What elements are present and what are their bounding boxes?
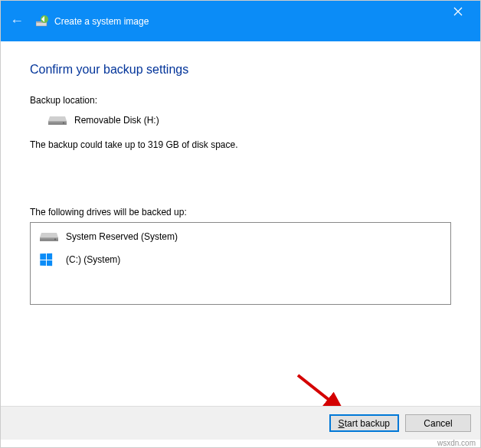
close-button[interactable] [440,1,476,22]
cancel-button[interactable]: Cancel [405,414,471,432]
svg-point-8 [63,123,64,124]
list-item: (C:) (System) [40,253,441,266]
backup-location-label: Backup location: [30,95,451,106]
svg-rect-7 [48,121,67,123]
hdd-icon [40,231,58,243]
start-backup-button[interactable]: Start backup [329,414,399,432]
drives-list-label: The following drives will be backed up: [30,207,451,217]
drive-name: (C:) (System) [66,254,120,265]
svg-rect-11 [40,237,58,239]
watermark: wsxdn.com [437,439,476,447]
svg-point-12 [54,239,56,240]
drive-name: System Reserved (System) [66,231,178,242]
back-arrow-icon: ← [10,13,24,29]
titlebar: ← Create a system image [1,1,480,41]
windows-icon [40,253,58,266]
backup-location-value: Removable Disk (H:) [74,115,159,126]
content-area: Confirm your backup settings Backup loca… [1,41,480,305]
footer-bar: Start backup Cancel [1,406,480,440]
list-item: System Reserved (System) [40,231,441,243]
svg-marker-9 [40,233,58,237]
drives-list: System Reserved (System) (C:) (System) [30,222,451,305]
app-icon [36,15,50,28]
window-title: Create a system image [54,16,149,27]
removable-disk-icon [48,115,67,126]
page-title: Confirm your backup settings [30,63,451,77]
backup-location-row: Removable Disk (H:) [48,115,451,126]
svg-marker-5 [48,116,67,121]
backup-size-note: The backup could take up to 319 GB of di… [30,139,451,150]
